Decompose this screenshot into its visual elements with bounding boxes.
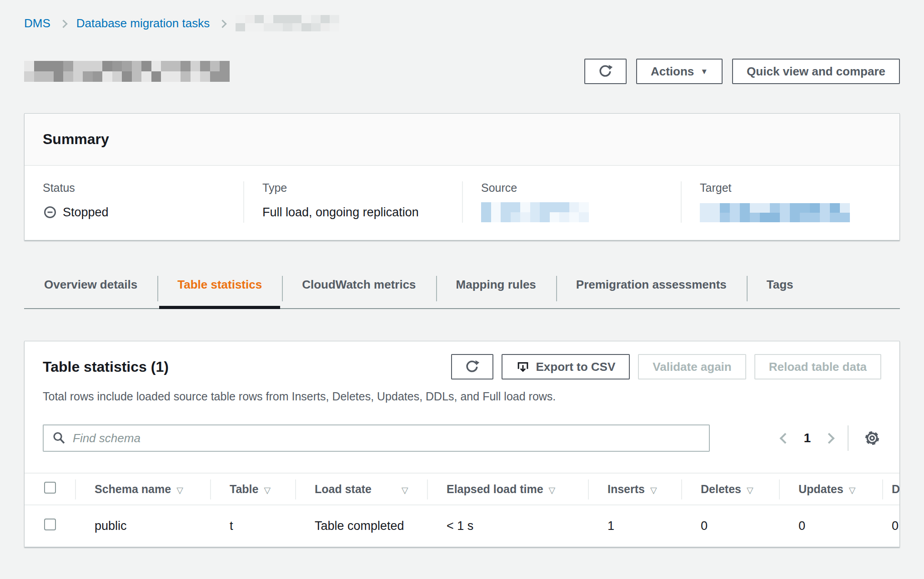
cell-deletes: 0 <box>682 505 779 547</box>
caret-down-icon: ▼ <box>700 68 708 75</box>
circle-minus-stopped-icon <box>43 205 57 220</box>
source-label: Source <box>481 181 663 195</box>
sort-icon[interactable]: ▽ <box>849 485 856 495</box>
cell-inserts: 1 <box>588 505 682 547</box>
export-to-csv-label: Export to CSV <box>536 360 616 374</box>
source-value-redacted <box>481 202 589 222</box>
tab-premigration-assessments[interactable]: Premigration assessments <box>556 272 747 308</box>
sort-icon[interactable]: ▽ <box>264 485 271 495</box>
summary-card-header: Summary <box>25 114 899 166</box>
cell-elapsed-load-time: < 1 s <box>427 505 588 547</box>
tab-table-statistics[interactable]: Table statistics <box>157 272 282 308</box>
type-value: Full load, ongoing replication <box>262 205 419 220</box>
column-header-ddls[interactable]: DDLs▽ <box>883 473 899 505</box>
next-page-icon[interactable] <box>824 433 834 444</box>
column-header-table[interactable]: Table▽ <box>211 473 296 505</box>
sort-icon[interactable]: ▽ <box>650 485 657 495</box>
table-header-row: Schema name▽ Table▽ Load state▽ Elapsed … <box>25 473 899 505</box>
tab-mapping-rules[interactable]: Mapping rules <box>436 272 556 308</box>
column-header-elapsed-load-time[interactable]: Elapsed load time▽ <box>427 473 588 505</box>
summary-field-target: Target <box>681 181 899 223</box>
breadcrumb-link-dms[interactable]: DMS <box>24 16 50 30</box>
sort-icon[interactable]: ▽ <box>402 485 408 495</box>
settings-button[interactable] <box>863 429 881 447</box>
export-to-csv-button[interactable]: Export to CSV <box>502 354 630 379</box>
summary-field-type: Type Full load, ongoing replication <box>243 181 462 223</box>
refresh-icon <box>598 64 613 79</box>
reload-table-data-label: Reload table data <box>769 360 867 374</box>
summary-title: Summary <box>43 131 881 148</box>
quick-view-compare-label: Quick view and compare <box>747 65 885 79</box>
type-label: Type <box>262 181 444 195</box>
actions-button[interactable]: Actions ▼ <box>636 59 723 84</box>
find-schema-search <box>43 424 710 452</box>
summary-card: Summary Status Stopped Type Full load, o… <box>24 113 900 240</box>
validate-again-button[interactable]: Validate again <box>638 354 746 379</box>
column-header-load-state[interactable]: Load state▽ <box>296 473 427 505</box>
pagination: 1 <box>781 425 881 451</box>
download-icon <box>516 360 530 374</box>
column-header-updates[interactable]: Updates▽ <box>779 473 883 505</box>
table-statistics-table: Schema name▽ Table▽ Load state▽ Elapsed … <box>25 473 899 547</box>
current-page-number: 1 <box>801 431 814 445</box>
summary-field-source: Source <box>462 181 681 223</box>
cell-schema-name: public <box>75 505 211 547</box>
breadcrumb-link-migration-tasks[interactable]: Database migration tasks <box>76 16 210 30</box>
search-icon <box>52 431 66 445</box>
table-refresh-button[interactable] <box>451 354 493 379</box>
sort-icon[interactable]: ▽ <box>549 485 556 495</box>
search-input[interactable] <box>43 424 710 452</box>
tab-overview-details[interactable]: Overview details <box>24 272 157 308</box>
table-row: public t Table completed < 1 s 1 0 0 0 <box>25 505 899 547</box>
status-label: Status <box>43 181 225 195</box>
divider <box>848 425 849 451</box>
breadcrumb: DMS Database migration tasks <box>24 15 900 31</box>
chevron-right-icon <box>218 20 226 28</box>
column-header-deletes[interactable]: Deletes▽ <box>682 473 779 505</box>
cell-table: t <box>211 505 296 547</box>
reload-table-data-button[interactable]: Reload table data <box>754 354 881 379</box>
tab-tags[interactable]: Tags <box>747 272 814 308</box>
table-statistics-description: Total rows include loaded source table r… <box>43 389 881 404</box>
validate-again-label: Validate again <box>653 360 731 374</box>
quick-view-compare-button[interactable]: Quick view and compare <box>732 59 900 84</box>
select-all-checkbox[interactable] <box>44 482 56 494</box>
refresh-button[interactable] <box>584 59 627 84</box>
refresh-icon <box>464 359 480 374</box>
cell-load-state: Table completed <box>296 505 427 547</box>
sort-icon[interactable]: ▽ <box>747 485 753 495</box>
target-label: Target <box>700 181 881 195</box>
gear-icon <box>864 429 881 447</box>
page-title-redacted <box>24 61 230 82</box>
target-value-redacted <box>700 203 850 222</box>
summary-field-status: Status Stopped <box>25 181 243 223</box>
cell-updates: 0 <box>779 505 883 547</box>
column-header-inserts[interactable]: Inserts▽ <box>588 473 682 505</box>
breadcrumb-current-redacted <box>236 15 339 31</box>
page-header: Actions ▼ Quick view and compare <box>24 59 900 84</box>
previous-page-icon[interactable] <box>780 433 791 444</box>
sort-icon[interactable]: ▽ <box>176 485 183 495</box>
column-header-schema-name[interactable]: Schema name▽ <box>75 473 211 505</box>
status-value: Stopped <box>63 205 109 220</box>
detail-tabs: Overview details Table statistics CloudW… <box>24 272 900 309</box>
row-checkbox[interactable] <box>44 519 56 530</box>
actions-button-label: Actions <box>651 65 694 79</box>
table-statistics-card: Table statistics (1) Export to CSV <box>24 341 900 547</box>
chevron-right-icon <box>59 20 67 28</box>
cell-ddls: 0 <box>883 505 899 547</box>
table-statistics-title: Table statistics (1) <box>43 359 169 375</box>
tab-cloudwatch-metrics[interactable]: CloudWatch metrics <box>282 272 436 308</box>
